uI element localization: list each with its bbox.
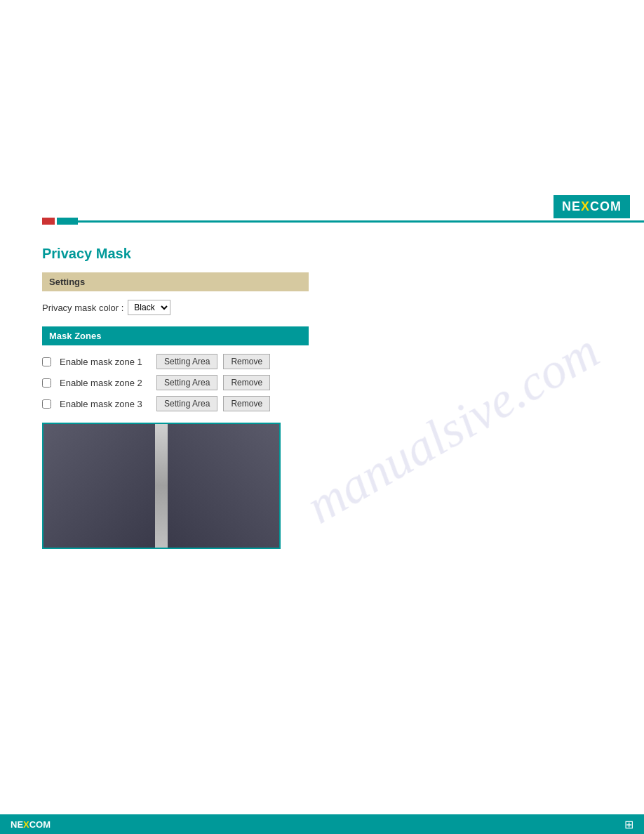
page-title: Privacy Mask xyxy=(42,246,602,262)
color-label: Privacy mask color : xyxy=(42,303,123,313)
zone-3-setting-btn[interactable]: Setting Area xyxy=(156,396,217,411)
camera-preview-inner xyxy=(43,424,279,548)
header-stripe xyxy=(0,218,644,225)
stripe-red xyxy=(42,218,55,225)
zone-3-remove-btn[interactable]: Remove xyxy=(223,396,270,411)
zone-2-label: Enable mask zone 2 xyxy=(60,378,151,388)
zone-2-setting-btn[interactable]: Setting Area xyxy=(156,375,217,390)
camera-preview xyxy=(42,423,281,549)
zone-1-setting-btn[interactable]: Setting Area xyxy=(156,354,217,369)
cam-center xyxy=(155,424,168,548)
zone-3-label: Enable mask zone 3 xyxy=(60,399,151,409)
zone-1-label: Enable mask zone 1 xyxy=(60,357,151,367)
footer-icon: ⊞ xyxy=(624,818,633,831)
footer: NEXCOM ⊞ xyxy=(0,814,644,834)
cam-left xyxy=(43,424,155,548)
zone-row-2: Enable mask zone 2 Setting Area Remove xyxy=(42,375,602,390)
stripe-teal-small xyxy=(57,218,78,225)
logo-area: NEXCOM xyxy=(554,195,630,218)
color-select[interactable]: Black White Gray xyxy=(128,300,170,315)
mask-zones-header: Mask Zones xyxy=(42,326,309,345)
footer-logo: NEXCOM xyxy=(11,819,51,830)
zone-row-3: Enable mask zone 3 Setting Area Remove xyxy=(42,396,602,411)
zone-2-remove-btn[interactable]: Remove xyxy=(223,375,270,390)
nexcom-logo: NEXCOM xyxy=(554,195,630,218)
logo-text: NEXCOM xyxy=(562,199,622,214)
zone-1-checkbox[interactable] xyxy=(42,357,51,366)
settings-header: Settings xyxy=(42,272,309,291)
header-top: NEXCOM xyxy=(0,0,644,218)
stripe-main-teal xyxy=(78,220,644,223)
main-content: Privacy Mask Settings Privacy mask color… xyxy=(0,225,644,570)
cam-right xyxy=(168,424,279,548)
zone-2-checkbox[interactable] xyxy=(42,378,51,388)
zone-3-checkbox[interactable] xyxy=(42,399,51,409)
zone-row-1: Enable mask zone 1 Setting Area Remove xyxy=(42,354,602,369)
color-setting-row: Privacy mask color : Black White Gray xyxy=(42,300,602,315)
zone-1-remove-btn[interactable]: Remove xyxy=(223,354,270,369)
